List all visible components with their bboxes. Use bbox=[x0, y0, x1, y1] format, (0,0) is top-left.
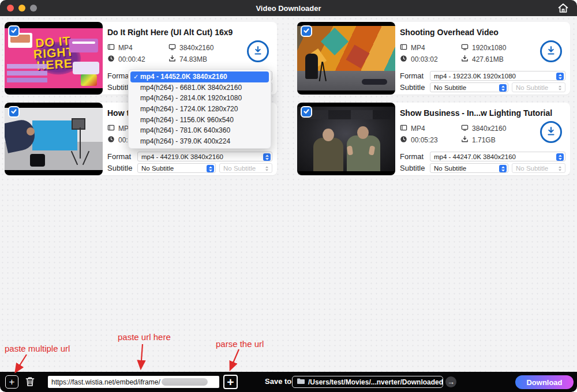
minimize-window-button[interactable] bbox=[18, 5, 25, 12]
subtitle-select-secondary: No Subtitle bbox=[512, 163, 565, 173]
stepper-icon bbox=[556, 153, 564, 161]
dropdown-option[interactable]: mp4(h264) - 379.0K 400x224 bbox=[130, 136, 269, 147]
format-select[interactable]: mp4 - 44219.0K 3840x2160 bbox=[137, 152, 272, 161]
format-value: mp4 - 19223.0K 1920x1080 bbox=[434, 73, 516, 80]
file-type: MP4 bbox=[411, 44, 425, 52]
video-meta: MP4 3840x2160 00:00:42 74.83MB bbox=[107, 43, 246, 64]
file-size: 74.83MB bbox=[179, 55, 207, 63]
save-path-field[interactable]: /Users/test/Movies/...nverter/Downloaded bbox=[292, 376, 443, 388]
duration: 00:03:02 bbox=[411, 55, 438, 63]
video-meta: MP4 1920x1080 00:03:02 427.61MB bbox=[400, 43, 538, 64]
selected-checkbox[interactable] bbox=[301, 25, 312, 37]
format-value: mp4 - 44219.0K 3840x2160 bbox=[141, 153, 223, 160]
thumbnail-image bbox=[5, 108, 103, 170]
stepper-icon bbox=[556, 84, 564, 92]
dropdown-option[interactable]: mp4(h264) - 781.0K 640x360 bbox=[130, 125, 269, 136]
subtitle-label: Subtitle bbox=[400, 83, 430, 92]
check-icon: ✓ bbox=[133, 73, 138, 81]
subtitle-select[interactable]: No Subtitle bbox=[430, 82, 508, 92]
dropdown-option[interactable]: mp4(h264) - 2814.0K 1920x1080 bbox=[130, 93, 269, 104]
dropdown-option-selected[interactable]: ✓ mp4 - 14452.0K 3840x2160 bbox=[130, 71, 269, 82]
subtitle-select[interactable]: No Subtitle bbox=[137, 163, 216, 173]
open-folder-button[interactable]: → bbox=[445, 376, 456, 387]
delete-button[interactable] bbox=[23, 375, 36, 389]
plus-icon: + bbox=[9, 377, 15, 387]
subtitle-label: Subtitle bbox=[107, 164, 137, 172]
download-all-button[interactable]: Download bbox=[515, 375, 574, 389]
video-thumbnail-1[interactable]: DO ITRIGHTHERE bbox=[5, 22, 103, 95]
file-size-icon bbox=[461, 135, 469, 145]
download-item-button[interactable] bbox=[540, 121, 562, 143]
selected-checkbox[interactable] bbox=[8, 25, 20, 37]
file-size-icon bbox=[461, 55, 469, 64]
save-path: /Users/test/Movies/...nverter/Downloaded bbox=[308, 378, 443, 386]
selected-checkbox[interactable] bbox=[301, 106, 312, 118]
format-select[interactable]: mp4 - 44247.0K 3840x2160 bbox=[430, 152, 565, 161]
annotation-parse-the-url: parse the url bbox=[216, 339, 264, 349]
check-icon bbox=[10, 26, 17, 36]
video-thumbnail-4[interactable] bbox=[297, 103, 395, 175]
check-icon bbox=[10, 107, 17, 117]
subtitle-value: No Subtitle bbox=[516, 84, 548, 91]
stepper-icon bbox=[556, 165, 564, 172]
selected-checkbox[interactable] bbox=[8, 106, 20, 118]
thumbnail-image bbox=[297, 107, 395, 171]
video-meta: MP4 3840x2160 00:05:23 1.71GB bbox=[400, 123, 538, 145]
format-label: Format bbox=[400, 71, 430, 80]
plus-icon: + bbox=[227, 376, 234, 388]
window-title: Video Downloader bbox=[0, 4, 577, 13]
url-input[interactable]: https://fast.wistia.net/embed/iframe/ bbox=[48, 376, 219, 388]
redacted-url-segment bbox=[162, 378, 208, 386]
download-icon bbox=[252, 44, 264, 59]
stepper-icon bbox=[263, 165, 271, 172]
file-size-icon bbox=[168, 55, 176, 64]
dropdown-option[interactable]: mp4(h264) - 1724.0K 1280x720 bbox=[130, 104, 269, 115]
dropdown-option[interactable]: mp4(h264) - 6681.0K 3840x2160 bbox=[130, 82, 269, 93]
subtitle-value: No Subtitle bbox=[434, 165, 466, 172]
dropdown-option[interactable]: mp4(h264) - 1156.0K 960x540 bbox=[130, 114, 269, 125]
video-title: Show Business - In...w Lighting Tutorial bbox=[400, 108, 565, 118]
download-item-button[interactable] bbox=[247, 40, 269, 62]
video-thumbnail-2[interactable] bbox=[297, 22, 395, 95]
stepper-icon bbox=[263, 153, 271, 161]
stepper-icon bbox=[556, 73, 564, 80]
download-item-button[interactable] bbox=[540, 40, 562, 62]
parse-url-button[interactable]: + bbox=[223, 375, 238, 389]
video-list-area: DO ITRIGHTHERE Do It Right Here (UI Alt … bbox=[0, 16, 577, 372]
video-card-2: Shooting Overhead Video MP4 1920x1080 00… bbox=[297, 22, 570, 95]
file-type-icon bbox=[107, 43, 115, 52]
file-type-icon bbox=[107, 124, 115, 133]
bottom-bar: + https://fast.wistia.net/embed/iframe/ … bbox=[0, 372, 577, 392]
resolution: 3840x2160 bbox=[472, 125, 506, 133]
format-select[interactable]: mp4 - 19223.0K 1920x1080 bbox=[430, 71, 565, 81]
title-bar: Video Downloader bbox=[0, 0, 577, 16]
subtitle-select-secondary: No Subtitle bbox=[512, 82, 565, 92]
file-type-icon bbox=[400, 43, 407, 52]
right-arrow-icon: → bbox=[447, 378, 455, 386]
zoom-window-button[interactable] bbox=[30, 5, 37, 12]
subtitle-value: No Subtitle bbox=[434, 84, 466, 91]
file-size: 427.61MB bbox=[472, 55, 504, 63]
stepper-icon bbox=[207, 165, 214, 172]
close-window-button[interactable] bbox=[7, 5, 14, 12]
subtitle-value: No Subtitle bbox=[516, 165, 548, 172]
video-thumbnail-3[interactable] bbox=[5, 103, 103, 175]
resolution: 3840x2160 bbox=[179, 44, 213, 52]
format-label: Format bbox=[400, 152, 430, 161]
check-icon bbox=[303, 26, 310, 36]
download-icon bbox=[545, 44, 557, 59]
file-type: MP4 bbox=[411, 125, 425, 133]
add-multiple-url-button[interactable]: + bbox=[5, 375, 18, 389]
resolution-icon bbox=[461, 124, 469, 133]
annotation-paste-multiple-url: paste multiple url bbox=[5, 344, 70, 353]
folder-icon bbox=[297, 378, 305, 386]
video-title: Shooting Overhead Video bbox=[400, 28, 565, 37]
traffic-lights bbox=[7, 0, 37, 16]
url-value: https://fast.wistia.net/embed/iframe/ bbox=[51, 378, 160, 386]
resolution-icon bbox=[168, 43, 176, 52]
trash-icon bbox=[24, 381, 36, 390]
home-button[interactable] bbox=[556, 2, 570, 16]
format-label: Format bbox=[107, 152, 137, 161]
duration-icon bbox=[400, 55, 407, 64]
subtitle-select[interactable]: No Subtitle bbox=[430, 163, 508, 173]
